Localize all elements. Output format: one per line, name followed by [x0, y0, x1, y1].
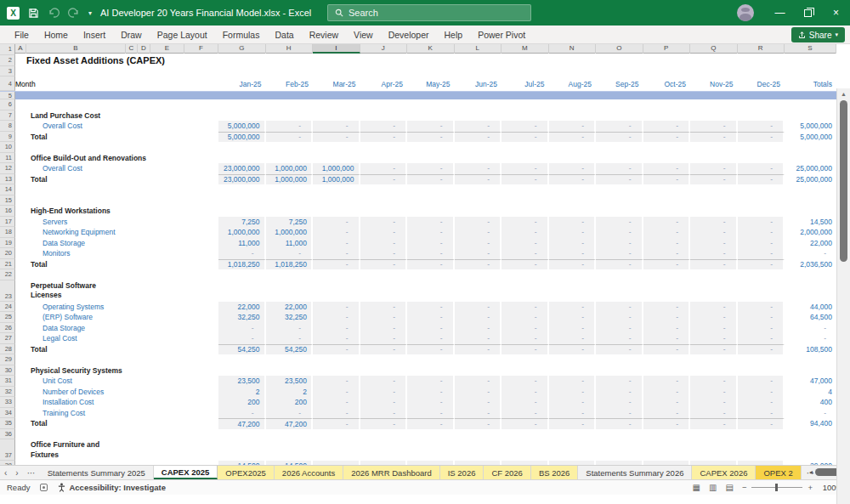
- cell-total[interactable]: -: [785, 248, 836, 259]
- share-button[interactable]: Share ▾: [791, 27, 845, 42]
- cell-month-3[interactable]: -: [360, 132, 408, 143]
- cell-month-5[interactable]: -: [455, 376, 502, 387]
- cell-month-1[interactable]: 1,000,000: [266, 227, 314, 238]
- row-label[interactable]: Total: [15, 174, 218, 185]
- cell-total[interactable]: 47,000: [785, 376, 836, 387]
- row-label[interactable]: Data Storage: [15, 238, 218, 249]
- cell-month-0[interactable]: 1,000,000: [218, 227, 266, 238]
- cell-month-11[interactable]: -: [738, 227, 785, 238]
- cell-month-1[interactable]: 2: [266, 387, 314, 398]
- cell-month-4[interactable]: -: [407, 121, 455, 132]
- cell-total[interactable]: -: [785, 323, 836, 334]
- cell-month-6[interactable]: -: [502, 312, 549, 323]
- cell-month-2[interactable]: 1,000,000: [313, 174, 360, 185]
- header-month-7[interactable]: Aug-25: [549, 76, 597, 91]
- menu-tab-review[interactable]: Review: [302, 25, 346, 44]
- row-header-20[interactable]: 20: [0, 248, 15, 259]
- cell-month-5[interactable]: -: [455, 302, 502, 313]
- row-header-9[interactable]: 9: [0, 132, 15, 143]
- cell-month-7[interactable]: -: [549, 333, 597, 344]
- cell-month-2[interactable]: -: [313, 397, 360, 408]
- cell-total[interactable]: -: [785, 333, 836, 344]
- cell-month-2[interactable]: -: [313, 217, 360, 228]
- cell-month-0[interactable]: -: [218, 323, 266, 334]
- menu-tab-power-pivot[interactable]: Power Pivot: [470, 25, 533, 44]
- cell-total[interactable]: 400: [785, 397, 836, 408]
- cell-month-0[interactable]: 200: [218, 397, 266, 408]
- cell-month-3[interactable]: -: [360, 259, 408, 270]
- menu-tab-home[interactable]: Home: [37, 25, 76, 44]
- cell-month-11[interactable]: -: [738, 312, 785, 323]
- cell-month-6[interactable]: -: [502, 163, 549, 174]
- cell-month-3[interactable]: -: [360, 248, 408, 259]
- cell-month-5[interactable]: -: [455, 323, 502, 334]
- cell[interactable]: [15, 269, 836, 280]
- cell-month-9[interactable]: -: [643, 408, 691, 419]
- row-header-24[interactable]: 24: [0, 302, 15, 313]
- menu-tab-data[interactable]: Data: [267, 25, 301, 44]
- section-label[interactable]: Perpetual Software Licenses: [15, 280, 218, 302]
- cell-month-10[interactable]: -: [690, 397, 738, 408]
- cell-month-10[interactable]: -: [690, 376, 738, 387]
- cell-month-10[interactable]: -: [690, 344, 738, 355]
- cell-month-9[interactable]: -: [643, 418, 691, 429]
- cell-month-1[interactable]: 22,000: [266, 302, 314, 313]
- cell-month-6[interactable]: -: [502, 333, 549, 344]
- cell-month-7[interactable]: -: [549, 323, 597, 334]
- avatar[interactable]: [737, 4, 754, 21]
- cell-month-9[interactable]: -: [643, 227, 691, 238]
- section-label[interactable]: Office Build-Out and Renovations: [15, 153, 218, 164]
- cell-month-6[interactable]: -: [502, 397, 549, 408]
- cell-month-3[interactable]: -: [360, 323, 408, 334]
- cell-month-0[interactable]: 7,250: [218, 217, 266, 228]
- cell-month-2[interactable]: -: [313, 238, 360, 249]
- cell-month-5[interactable]: -: [455, 418, 502, 429]
- cell-month-8[interactable]: -: [596, 121, 643, 132]
- cell-month-7[interactable]: -: [549, 397, 597, 408]
- cell[interactable]: [218, 365, 836, 377]
- cell-month-8[interactable]: -: [596, 248, 643, 259]
- cell-month-0[interactable]: -: [218, 408, 266, 419]
- section-label[interactable]: Land Purchase Cost: [15, 110, 218, 122]
- cell-month-2[interactable]: -: [313, 408, 360, 419]
- sheet-tab-capex-2025[interactable]: CAPEX 2025: [154, 466, 218, 479]
- row-header-8[interactable]: 8: [0, 121, 15, 132]
- cell-month-0[interactable]: 5,000,000: [218, 132, 266, 143]
- zoom-out-icon[interactable]: −: [742, 483, 747, 492]
- cell-month-10[interactable]: -: [690, 248, 738, 259]
- cell-month-9[interactable]: -: [643, 344, 691, 355]
- cell[interactable]: [15, 429, 836, 440]
- zoom-slider[interactable]: − +: [742, 483, 813, 492]
- cell-month-4[interactable]: -: [407, 408, 455, 419]
- cell-month-10[interactable]: -: [690, 387, 738, 398]
- cell-month-8[interactable]: -: [596, 344, 643, 355]
- cell-total[interactable]: 4: [785, 387, 836, 398]
- cell-month-5[interactable]: -: [455, 387, 502, 398]
- cell-month-5[interactable]: -: [455, 312, 502, 323]
- cell[interactable]: [15, 44, 836, 55]
- cell-month-2[interactable]: -: [313, 302, 360, 313]
- cell-month-9[interactable]: -: [643, 259, 691, 270]
- cell-month-2[interactable]: -: [313, 387, 360, 398]
- header-month-10[interactable]: Nov-25: [690, 76, 738, 91]
- cell-month-9[interactable]: -: [643, 248, 691, 259]
- band-cell[interactable]: [15, 92, 836, 99]
- cell-month-8[interactable]: -: [596, 302, 643, 313]
- header-month-6[interactable]: Jul-25: [502, 76, 549, 91]
- cell-month-8[interactable]: -: [596, 132, 643, 143]
- row-label[interactable]: Servers: [15, 217, 218, 228]
- row-header-33[interactable]: 33: [0, 397, 15, 408]
- cell-month-3[interactable]: -: [360, 333, 408, 344]
- cell[interactable]: [218, 439, 836, 461]
- cell-month-10[interactable]: -: [690, 302, 738, 313]
- menu-tab-help[interactable]: Help: [437, 25, 471, 44]
- cell-month-4[interactable]: -: [407, 312, 455, 323]
- row-header-32[interactable]: 32: [0, 387, 15, 398]
- cell-month-11[interactable]: -: [738, 302, 785, 313]
- row-label[interactable]: Total: [15, 259, 218, 270]
- cell-month-2[interactable]: -: [313, 259, 360, 270]
- cell-month-8[interactable]: -: [596, 238, 643, 249]
- cell-month-3[interactable]: -: [360, 387, 408, 398]
- cell-month-4[interactable]: -: [407, 302, 455, 313]
- cell-month-6[interactable]: -: [502, 174, 549, 185]
